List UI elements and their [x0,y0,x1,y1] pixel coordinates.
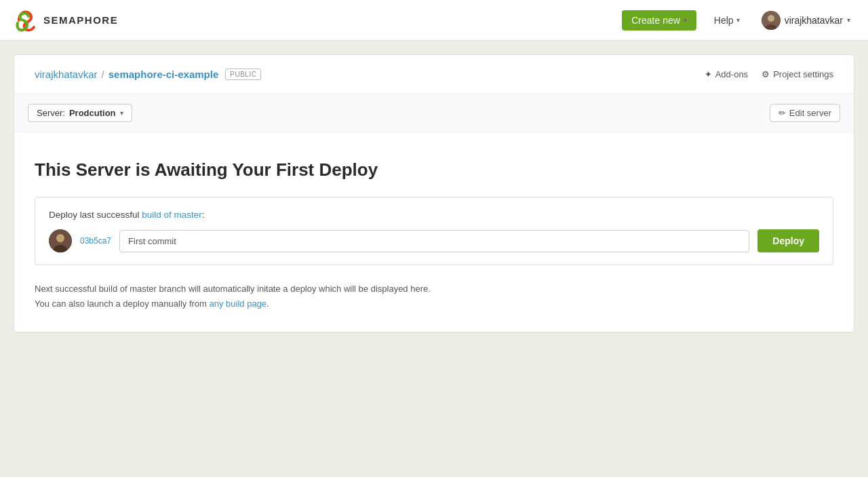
project-settings-link[interactable]: ⚙ Project settings [762,69,833,79]
user-menu-button[interactable]: virajkhatavkar ▾ [757,8,854,33]
user-avatar [762,11,781,30]
navbar-left: SEMAPHORE [14,8,118,33]
username-label: virajkhatavkar [785,15,843,26]
help-caret-icon: ▾ [736,16,740,24]
edit-server-button[interactable]: ✏ Edit server [770,104,840,122]
commit-avatar [49,229,72,252]
info-line-1: Next successful build of master branch w… [35,282,833,297]
navbar: SEMAPHORE Create new ▾ Help ▾ virajkhata… [0,0,868,41]
any-build-page-link[interactable]: any build page [210,299,267,309]
info-line-2: You can also launch a deploy manually fr… [35,297,833,311]
user-caret-icon: ▾ [847,16,850,24]
project-header: virajkhatavkar / semaphore-ci-example PU… [14,55,854,94]
server-bar: Server: Prodcution ▾ ✏ Edit server [14,94,854,132]
info-text: Next successful build of master branch w… [35,282,833,311]
svg-point-4 [56,234,64,242]
server-selector-caret-icon: ▾ [120,109,123,117]
svg-point-1 [768,15,774,22]
help-button[interactable]: Help ▾ [707,11,747,30]
settings-gear-icon: ⚙ [762,69,770,79]
breadcrumb: virajkhatavkar / semaphore-ci-example PU… [35,69,261,80]
pencil-icon: ✏ [778,108,786,118]
commit-hash-link[interactable]: 03b5ca7 [80,236,111,246]
public-badge: PUBLIC [225,69,261,80]
build-of-master-link[interactable]: build of master [142,210,202,220]
brand-name: SEMAPHORE [43,14,118,26]
breadcrumb-project-link[interactable]: semaphore-ci-example [108,69,219,80]
addons-icon: ✦ [705,69,712,79]
deploy-title: This Server is Awaiting Your First Deplo… [35,159,833,180]
deploy-row: 03b5ca7 Deploy [49,229,819,252]
main-wrapper: virajkhatavkar / semaphore-ci-example PU… [0,41,868,346]
addons-link[interactable]: ✦ Add-ons [705,69,748,79]
deploy-section: This Server is Awaiting Your First Deplo… [14,132,854,332]
deploy-button[interactable]: Deploy [757,229,819,252]
server-selector-button[interactable]: Server: Prodcution ▾ [28,104,132,122]
project-card: virajkhatavkar / semaphore-ci-example PU… [14,54,854,332]
server-name-label: Prodcution [69,108,116,118]
deploy-box: Deploy last successful build of master: … [35,197,833,265]
navbar-right: Create new ▾ Help ▾ virajkhatavkar ▾ [622,8,854,33]
create-new-button[interactable]: Create new ▾ [622,10,696,31]
semaphore-logo-icon [14,8,38,33]
deploy-instruction: Deploy last successful build of master: [49,210,819,220]
breadcrumb-user-link[interactable]: virajkhatavkar [35,69,98,80]
create-new-caret-icon: ▾ [684,16,687,24]
commit-message-input[interactable] [119,230,749,252]
header-actions: ✦ Add-ons ⚙ Project settings [705,69,833,79]
server-label-prefix: Server: [37,108,65,118]
breadcrumb-separator: / [102,69,104,80]
